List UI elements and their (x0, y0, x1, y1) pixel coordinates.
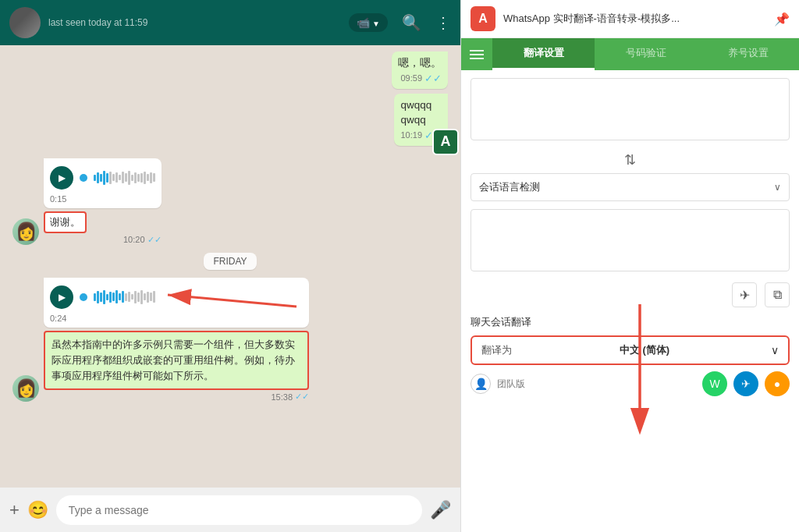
input-textarea-2[interactable] (471, 209, 790, 271)
translated-text-1: 谢谢。 (44, 211, 87, 233)
date-label: FRIDAY (204, 253, 256, 270)
menu-line (470, 54, 484, 55)
message-in-voice-1: 👩 ▶ (12, 158, 448, 245)
send-button[interactable]: ✈ (732, 282, 757, 307)
bar (150, 172, 152, 183)
bar (122, 291, 124, 303)
bar (140, 173, 143, 183)
telegram-share-button[interactable]: ✈ (733, 371, 758, 396)
chat-translate-label-row: 聊天会话翻译 (471, 315, 790, 329)
menu-line (470, 50, 484, 51)
message-in-voice-2: 👩 ▶ (12, 278, 448, 402)
bar (128, 292, 130, 302)
sort-icon: ⇅ (624, 151, 636, 168)
bar (106, 173, 108, 183)
bar (115, 290, 118, 303)
emoji-button[interactable]: 😊 (27, 500, 48, 520)
message-input[interactable] (56, 495, 422, 525)
ext-badge: A (432, 129, 459, 155)
bar (147, 292, 149, 303)
more-options-button[interactable]: ⋮ (435, 13, 451, 32)
voice-bubble-1: ▶ (44, 158, 162, 245)
bar (97, 172, 99, 183)
chat-input-bar: + 😊 🎤 (0, 488, 460, 532)
bar (128, 171, 130, 185)
right-panel: A WhatsApp 实时翻译-语音转录-模拟多... 📌 翻译设置 号码验证 … (460, 0, 799, 532)
chat-header: last seen today at 11:59 📹▼ 🔍 ⋮ (0, 0, 460, 45)
tab-number-verify[interactable]: 号码验证 (595, 38, 697, 70)
bubble-in-1: ▶ (44, 158, 162, 208)
menu-lines (470, 50, 484, 59)
extension-header: A WhatsApp 实时翻译-语音转录-模拟多... 📌 (461, 0, 799, 38)
chat-area: 嗯，嗯。 09:59 ✓✓ qwqqq qwqq A 10:19 ✓✓ (0, 45, 460, 488)
voice-meta-1: 0:15 (50, 194, 155, 204)
bar (131, 294, 133, 300)
voice-duration-2: 0:24 (50, 314, 303, 323)
bar (153, 291, 155, 303)
voice-duration-1: 0:15 (50, 194, 66, 204)
date-divider: FRIDAY (12, 253, 448, 270)
sort-icon-row: ⇅ (471, 151, 790, 168)
right-content: ⇅ 会话语言检测 ∨ ✈ ⧉ 聊天会话翻译 翻译为 中文 (简体) ∨ 👤 (461, 70, 799, 532)
in-ticks-2: ✓✓ (295, 392, 309, 402)
bar (103, 290, 105, 304)
play-button-1[interactable]: ▶ (50, 166, 73, 190)
chat-messages: 嗯，嗯。 09:59 ✓✓ qwqqq qwqq A 10:19 ✓✓ (0, 45, 460, 413)
bar (134, 291, 137, 303)
chat-translate-label: 聊天会话翻译 (471, 315, 531, 329)
translate-to-label: 翻译为 (481, 343, 512, 357)
translated-text-2: 虽然本指南中的许多示例只需要一个组件，但大多数实际应用程序都组织成嵌套的可重用组… (44, 331, 309, 390)
bar (134, 172, 137, 183)
extension-icon: A (471, 6, 495, 31)
pin-icon: 📌 (774, 12, 790, 27)
in-ticks-1: ✓✓ (147, 235, 162, 245)
contact-avatar (9, 7, 41, 38)
input-textarea-1[interactable] (471, 78, 790, 140)
tab-translation-settings[interactable]: 翻译设置 (492, 38, 595, 70)
bar (109, 172, 112, 184)
msg-time-2: 10:19 (400, 130, 422, 140)
right-tabs: 翻译设置 号码验证 养号设置 (461, 38, 799, 70)
in-avatar-img-1: 👩 (12, 218, 39, 245)
voice-dot-2 (80, 293, 87, 301)
msg-text-1: 嗯，嗯。 (398, 56, 442, 71)
bubble-out-1: 嗯，嗯。 09:59 ✓✓ (392, 51, 448, 89)
msg-ticks-1: ✓✓ (424, 73, 442, 84)
bar (94, 293, 96, 301)
team-label: 团队版 (497, 378, 525, 391)
header-icons: 📹▼ 🔍 ⋮ (349, 13, 451, 32)
bar (103, 171, 105, 185)
in-avatar-2: 👩 (12, 375, 39, 402)
bar (150, 293, 152, 301)
whatsapp-share-button[interactable]: W (702, 371, 727, 396)
in-meta-1: 10:20 ✓✓ (44, 235, 162, 245)
bubble-out-2: qwqqq qwqq A 10:19 ✓✓ (394, 94, 448, 146)
language-detect-dropdown[interactable]: 会话语言检测 ∨ (471, 173, 790, 201)
bar (125, 173, 127, 182)
copy-button[interactable]: ⧉ (765, 282, 790, 307)
dropdown-label: 会话语言检测 (479, 180, 540, 194)
search-button[interactable]: 🔍 (402, 13, 421, 32)
waveform-2 (94, 289, 155, 305)
voice-message-2: ▶ (50, 282, 303, 312)
tab-menu-icon[interactable] (461, 38, 492, 70)
whatsapp-panel: last seen today at 11:59 📹▼ 🔍 ⋮ 嗯，嗯。 09:… (0, 0, 460, 532)
tab-account-settings[interactable]: 养号设置 (697, 38, 799, 70)
dropdown-arrow: ∨ (774, 182, 781, 193)
add-attachment-button[interactable]: + (9, 500, 20, 520)
msg-text-2a: qwqqq (400, 98, 442, 113)
bar (125, 293, 127, 301)
microphone-button[interactable]: 🎤 (430, 500, 451, 520)
bubble-in-2: ▶ (44, 278, 309, 328)
bar (153, 173, 155, 182)
msg-time-1: 09:59 (400, 73, 422, 83)
in-meta-2: 15:38 ✓✓ (44, 392, 309, 402)
bottom-icons-row: 👤 团队版 W ✈ ● (471, 371, 790, 396)
video-call-button[interactable]: 📹▼ (349, 13, 388, 32)
other-share-button[interactable]: ● (765, 371, 790, 396)
msg-meta-1: 09:59 ✓✓ (398, 73, 442, 84)
play-button-2[interactable]: ▶ (50, 286, 73, 309)
header-info: last seen today at 11:59 (48, 17, 341, 28)
translate-to-dropdown[interactable]: 翻译为 中文 (简体) ∨ (471, 335, 790, 365)
translate-to-arrow: ∨ (771, 344, 779, 356)
